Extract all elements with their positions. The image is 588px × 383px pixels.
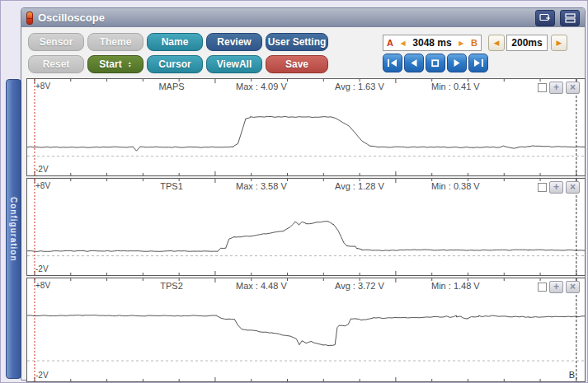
stat-max: Max : 4.48 V [236,281,287,291]
button-label: Sensor [40,36,73,48]
y-min-label: -2V [35,165,49,174]
interval-increase-button[interactable]: ▶ [551,35,567,51]
skip-end-icon [470,56,487,70]
button-label: Review [217,36,251,48]
waveform-plot [27,179,585,275]
title-bar: Oscilloscope [21,8,585,27]
channel-panel-tps2: +8VTPS2Max : 4.48 VAvg : 3.72 VMin : 1.4… [26,278,586,382]
stat-avg: Avg : 1.63 V [335,82,384,91]
step-forward-button[interactable] [447,54,467,72]
user-setting-button[interactable]: User Setting [266,33,328,51]
reset-button[interactable]: Reset [28,55,84,73]
theme-button[interactable]: Theme [87,33,143,51]
zoom-plus-button[interactable]: + [549,281,563,293]
button-label: Save [285,58,308,70]
y-min-label: -2V [35,264,49,273]
button-label: User Setting [268,36,327,48]
playback-controls [383,54,488,72]
stop-button[interactable] [426,54,445,72]
channel-panel-tps1: +8VTPS1Max : 3.58 VAvg : 1.28 VMin : 0.3… [26,178,586,276]
waveform-trace [27,221,585,251]
button-label: ViewAll [217,58,252,70]
channel-checkbox[interactable] [538,183,547,192]
layout-split-icon[interactable] [560,10,580,26]
right-arrow-icon: ▶ [557,39,562,47]
button-label: Start [99,58,121,70]
button-label: Name [162,36,189,48]
waveform-trace [27,315,585,346]
channel-panels: +8VMAPSMax : 4.09 VAvg : 1.63 VMin : 0.4… [26,78,586,382]
stat-min: Min : 1.48 V [431,281,480,291]
close-channel-button[interactable]: × [566,181,580,194]
spinner-icon: ▲▼ [128,61,132,68]
ab-time-value: 3048 ms [412,37,451,49]
y-max-label: +8V [35,181,50,190]
waveform-plot [27,278,585,381]
channel-name: TPS2 [160,281,183,291]
channel-name: TPS1 [160,181,183,191]
app-icon [26,12,33,25]
window-title: Oscilloscope [38,12,105,24]
name-button[interactable]: Name [147,33,203,51]
cursor-button[interactable]: Cursor [147,55,203,73]
stop-icon [427,56,444,70]
close-channel-button[interactable]: × [566,281,580,293]
zoom-plus-button[interactable]: + [549,82,563,94]
channel-checkbox[interactable] [538,83,547,92]
button-label: Cursor [158,58,191,70]
configuration-tab-label: Configuration [9,197,18,262]
cursor-a-label: A [387,38,393,48]
stat-avg: Avg : 1.28 V [335,181,384,191]
channel-panel-maps: +8VMAPSMax : 4.09 VAvg : 1.63 VMin : 0.4… [26,78,586,176]
ab-time-readout: A ◀ 3048 ms ▶ B [383,35,482,51]
stat-max: Max : 3.58 V [236,181,287,191]
cursor-b-label: B [471,38,477,48]
close-channel-button[interactable]: × [566,82,580,94]
skip-start-icon [384,56,401,70]
interval-decrease-button[interactable]: ◀ [488,35,505,51]
stat-min: Min : 0.38 V [431,181,480,191]
interval-value: 200ms [506,35,548,51]
zoom-plus-button[interactable]: + [549,181,563,194]
step-forward-icon [449,56,465,70]
y-max-label: +8V [35,281,50,290]
waveform-plot [27,79,585,175]
step-back-button[interactable] [404,54,424,72]
sensor-button[interactable]: Sensor [28,33,84,51]
step-back-icon [406,56,422,70]
review-button[interactable]: Review [206,33,262,51]
oscilloscope-window: Oscilloscope SensorThemeNameReviewUser S… [21,7,586,381]
screen: Oscilloscope SensorThemeNameReviewUser S… [0,0,588,383]
a-left-arrow-icon[interactable]: ◀ [401,40,406,47]
skip-start-button[interactable] [383,54,402,72]
button-label: Reset [43,58,70,70]
skip-end-button[interactable] [468,54,488,72]
waveform-trace [27,116,585,151]
configuration-tab[interactable]: Configuration [6,79,21,379]
y-min-label: -2V [35,371,49,380]
stat-max: Max : 4.09 V [236,82,287,91]
cursor-b-marker: B [569,370,575,380]
start-button[interactable]: Start▲▼ [87,55,143,73]
viewall-button[interactable]: ViewAll [206,55,262,73]
left-arrow-icon: ◀ [494,39,500,47]
stat-avg: Avg : 3.72 V [335,281,384,291]
y-max-label: +8V [35,82,50,91]
channel-name: MAPS [158,82,184,91]
channel-checkbox[interactable] [538,283,547,292]
stat-min: Min : 0.41 V [431,82,480,91]
button-label: Theme [100,36,132,48]
save-button[interactable]: Save [266,55,328,73]
display-switch-icon[interactable] [535,10,555,26]
b-right-arrow-icon[interactable]: ▶ [459,40,463,47]
